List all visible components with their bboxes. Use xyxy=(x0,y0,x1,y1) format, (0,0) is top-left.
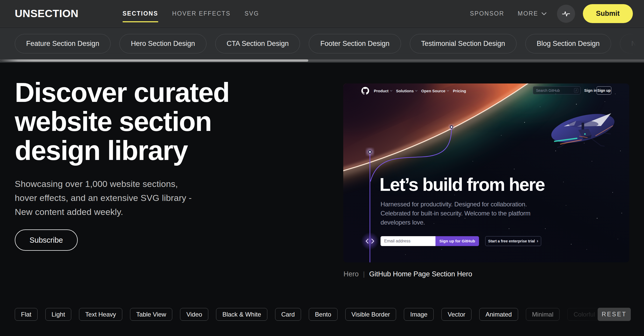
github-nav-solutions: Solutions xyxy=(396,89,418,93)
category-pill-cta[interactable]: CTA Section Design xyxy=(215,34,300,53)
github-hero-description: Harnessed for productivity. Designed for… xyxy=(381,200,567,227)
more-menu-label: MORE xyxy=(518,10,538,17)
caption-separator: | xyxy=(363,270,365,278)
pulse-icon xyxy=(562,10,570,17)
slash-key-hint: / xyxy=(574,88,578,93)
github-sign-up: Sign up xyxy=(597,86,611,95)
filter-bento[interactable]: Bento xyxy=(309,308,338,321)
horizontal-scrollbar-thumb[interactable] xyxy=(0,59,308,62)
activity-button[interactable] xyxy=(557,5,575,23)
chevron-right-icon: › xyxy=(537,239,538,243)
github-hero-heading: Let’s build from here xyxy=(380,175,545,194)
section-preview-card[interactable]: Product Solutions Open Source Pricing / … xyxy=(343,83,629,262)
github-signup-form: Sign up for GitHub Start a free enterpri… xyxy=(381,236,541,246)
nav-tab-hover-effects[interactable]: HOVER EFFECTS xyxy=(172,10,231,17)
github-octocat-icon xyxy=(361,87,369,95)
github-hero-artwork xyxy=(343,83,629,262)
sponsor-link[interactable]: SPONSOR xyxy=(470,10,504,17)
github-email-field xyxy=(381,236,435,246)
category-pill-list: Feature Section Design Hero Section Desi… xyxy=(15,34,644,53)
horizontal-scrollbar-track[interactable] xyxy=(0,59,644,62)
category-pill-blog[interactable]: Blog Section Design xyxy=(525,34,611,53)
chevron-down-icon xyxy=(541,12,547,15)
preview-caption: Hero | GitHub Home Page Section Hero xyxy=(344,270,472,278)
chevron-down-icon xyxy=(447,90,449,92)
more-menu[interactable]: MORE xyxy=(518,10,547,17)
reset-filters-button[interactable]: RESET xyxy=(598,308,631,321)
github-search-input xyxy=(536,88,574,93)
github-nav-product: Product xyxy=(374,89,392,93)
filter-bar: Flat Light Text Heavy Table View Video B… xyxy=(15,308,644,321)
github-navbar: Product Solutions Open Source Pricing xyxy=(361,86,466,96)
nav-tab-svg[interactable]: SVG xyxy=(245,10,259,17)
filter-light[interactable]: Light xyxy=(45,308,71,321)
caption-category-link[interactable]: Hero xyxy=(344,270,359,278)
chevron-down-icon xyxy=(415,90,418,92)
nav-tab-sections[interactable]: SECTIONS xyxy=(123,10,158,17)
filter-video[interactable]: Video xyxy=(180,308,208,321)
code-badge-icon xyxy=(361,232,379,250)
github-nav-pricing: Pricing xyxy=(453,89,466,93)
submit-button[interactable]: Submit xyxy=(583,4,633,23)
filter-black-white[interactable]: Black & White xyxy=(216,308,267,321)
category-pill-hero[interactable]: Hero Section Design xyxy=(119,34,206,53)
category-pill-testimonial[interactable]: Testimonial Section Design xyxy=(410,34,517,53)
filter-minimal[interactable]: Minimal xyxy=(526,308,560,321)
github-search-box: / xyxy=(533,86,581,94)
github-trial-button: Start a free enterprise trial › xyxy=(485,236,541,246)
filter-visible-border[interactable]: Visible Border xyxy=(345,308,396,321)
subscribe-button[interactable]: Subscribe xyxy=(15,229,78,251)
main-nav: SECTIONS HOVER EFFECTS SVG xyxy=(123,10,259,17)
category-bar: Feature Section Design Hero Section Desi… xyxy=(0,28,644,63)
filter-flat[interactable]: Flat xyxy=(15,308,38,321)
header-actions: SPONSOR MORE Submit xyxy=(470,4,633,23)
category-pill-navbar[interactable]: Navbar Design xyxy=(620,34,644,53)
filter-table-view[interactable]: Table View xyxy=(130,308,173,321)
filter-image[interactable]: Image xyxy=(404,308,434,321)
caption-title: GitHub Home Page Section Hero xyxy=(369,270,472,278)
github-signup-button: Sign up for GitHub xyxy=(435,236,479,246)
filter-animated[interactable]: Animated xyxy=(479,308,518,321)
github-sign-in: Sign in xyxy=(584,88,597,93)
app-header: UNSECTION SECTIONS HOVER EFFECTS SVG SPO… xyxy=(0,0,644,27)
filter-text-heavy[interactable]: Text Heavy xyxy=(79,308,122,321)
filter-vector[interactable]: Vector xyxy=(441,308,471,321)
chevron-down-icon xyxy=(390,90,392,92)
page-subtitle: Showcasing over 1,000 website sections, … xyxy=(15,177,192,219)
category-pill-feature[interactable]: Feature Section Design xyxy=(15,34,111,53)
filter-colorful[interactable]: Colorful xyxy=(567,308,601,321)
filter-card[interactable]: Card xyxy=(275,308,301,321)
page-title: Discover curated website section design … xyxy=(15,78,229,165)
github-nav-open-source: Open Source xyxy=(421,89,449,93)
category-pill-footer[interactable]: Footer Section Design xyxy=(309,34,401,53)
site-logo[interactable]: UNSECTION xyxy=(15,8,78,20)
